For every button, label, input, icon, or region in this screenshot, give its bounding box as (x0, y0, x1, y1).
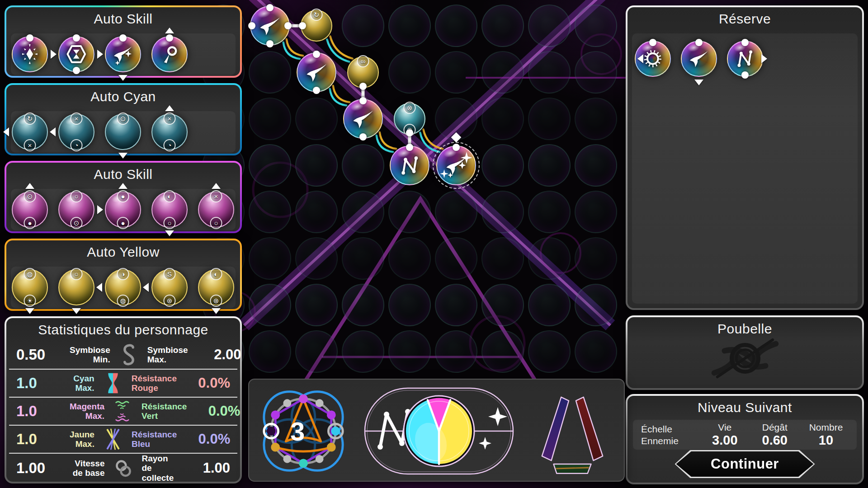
board-node-D[interactable]: ∞ (347, 56, 379, 88)
trash-drop-area[interactable]: Poubelle (627, 317, 862, 388)
empty-slot[interactable] (528, 330, 571, 373)
arrow-down-icon[interactable] (165, 230, 174, 236)
empty-slot[interactable] (342, 191, 384, 233)
board-node-F[interactable]: ⊗⊕ (394, 103, 425, 135)
empty-slot[interactable] (249, 51, 291, 94)
empty-slot[interactable] (249, 98, 291, 140)
arrow-right-icon[interactable] (51, 50, 57, 59)
arrow-down-icon[interactable] (118, 75, 127, 81)
empty-slot[interactable] (575, 284, 617, 326)
empty-slot[interactable] (575, 5, 617, 47)
empty-slot[interactable] (249, 144, 291, 187)
arrow-down-icon[interactable] (25, 308, 34, 314)
reserve-prev-arrow[interactable] (637, 54, 643, 63)
empty-slot[interactable] (388, 191, 431, 233)
empty-slot[interactable] (481, 144, 524, 187)
arrow-up-icon[interactable] (25, 183, 34, 189)
arrow-left-icon[interactable] (3, 127, 9, 136)
empty-slot[interactable] (528, 237, 571, 280)
empty-slot[interactable] (435, 51, 477, 94)
arrow-up-icon[interactable] (165, 105, 174, 111)
empty-slot[interactable] (249, 191, 291, 233)
continue-button[interactable]: Continuer (675, 450, 815, 478)
empty-slot[interactable] (295, 330, 338, 373)
arrow-right-icon[interactable] (97, 50, 103, 59)
empty-slot[interactable] (342, 284, 384, 326)
empty-slot[interactable] (435, 5, 477, 47)
board-node-G[interactable] (390, 145, 429, 185)
empty-slot[interactable] (575, 330, 617, 373)
empty-slot[interactable] (528, 51, 571, 94)
board-node-B[interactable]: ↻ (301, 10, 332, 42)
empty-slot[interactable] (388, 330, 431, 373)
arrow-down-icon[interactable] (118, 153, 127, 159)
board-node-A[interactable] (250, 6, 290, 46)
empty-slot[interactable] (575, 98, 617, 140)
empty-slot[interactable] (435, 284, 477, 326)
empty-slot[interactable] (481, 51, 524, 94)
board-node-C[interactable] (297, 52, 336, 92)
arrow-down-icon[interactable] (212, 308, 221, 314)
arrow-up-icon[interactable] (118, 183, 127, 189)
board-node-E[interactable] (343, 99, 383, 139)
empty-slot[interactable] (435, 237, 477, 280)
auto-orb[interactable] (58, 36, 94, 72)
arrow-left-icon[interactable] (143, 283, 149, 292)
arrow-down-icon[interactable] (72, 308, 81, 314)
auto-orb[interactable]: ●● (105, 192, 141, 228)
board-node-H[interactable] (436, 145, 476, 185)
empty-slot[interactable] (481, 98, 524, 140)
auto-orb[interactable]: ◐⊛ (198, 269, 234, 305)
empty-slot[interactable] (388, 5, 431, 47)
auto-orb[interactable]: ×◔ (58, 114, 94, 150)
empty-slot[interactable] (249, 237, 291, 280)
reserve-next-arrow[interactable] (761, 54, 767, 63)
empty-slot[interactable] (575, 51, 617, 94)
empty-slot[interactable] (295, 237, 338, 280)
empty-slot[interactable] (388, 284, 431, 326)
auto-orb[interactable] (151, 36, 188, 72)
arrow-left-icon[interactable] (50, 127, 56, 136)
empty-slot[interactable] (481, 5, 524, 47)
empty-slot[interactable] (342, 5, 384, 47)
auto-orb[interactable]: S⊛ (151, 269, 188, 305)
auto-orb[interactable]: ×○ (198, 192, 234, 228)
empty-slot[interactable] (575, 191, 617, 233)
empty-slot[interactable] (342, 144, 384, 187)
auto-orb[interactable] (105, 36, 141, 72)
empty-slot[interactable] (481, 191, 524, 233)
empty-slot[interactable] (481, 284, 524, 326)
auto-orb[interactable]: ×◔ (151, 114, 188, 150)
auto-orb[interactable]: ◍☀ (12, 269, 48, 305)
auto-orb[interactable]: ◑◍ (105, 269, 141, 305)
empty-slot[interactable] (575, 144, 617, 187)
empty-slot[interactable] (575, 237, 617, 280)
empty-slot[interactable] (249, 284, 291, 326)
empty-slot[interactable] (528, 5, 571, 47)
arrow-up-icon[interactable] (165, 28, 174, 33)
arrow-right-icon[interactable] (97, 205, 103, 214)
empty-slot[interactable] (481, 237, 524, 280)
empty-slot[interactable] (435, 191, 477, 233)
empty-slot[interactable] (295, 98, 338, 140)
empty-slot[interactable] (528, 98, 571, 140)
auto-orb[interactable]: ⊙● (12, 192, 48, 228)
empty-slot[interactable] (388, 237, 431, 280)
auto-orb[interactable] (12, 36, 48, 72)
empty-slot[interactable] (528, 191, 571, 233)
arrow-up-icon[interactable] (212, 183, 221, 189)
auto-orb[interactable]: ○⊙ (58, 192, 94, 228)
empty-slot[interactable] (295, 284, 338, 326)
empty-slot[interactable] (295, 191, 338, 233)
empty-slot[interactable] (528, 144, 571, 187)
empty-slot[interactable] (388, 51, 431, 94)
auto-orb[interactable]: ◐○ (151, 192, 188, 228)
empty-slot[interactable] (249, 330, 291, 373)
empty-slot[interactable] (295, 144, 338, 187)
empty-slot[interactable] (481, 330, 524, 373)
empty-slot[interactable] (435, 330, 477, 373)
reserve-orb[interactable] (681, 41, 717, 77)
reserve-orb[interactable] (727, 41, 763, 77)
empty-slot[interactable] (528, 284, 571, 326)
auto-orb[interactable]: ⊙ (105, 114, 141, 150)
